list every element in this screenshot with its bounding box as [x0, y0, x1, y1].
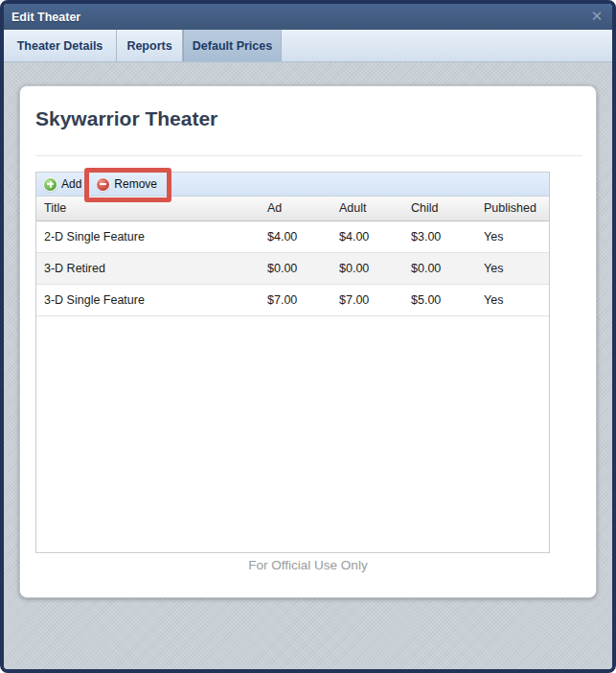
edit-theater-dialog: Edit Theater ✕ Theater Details Reports D…	[0, 0, 616, 673]
tab-bar-filler	[282, 30, 612, 61]
remove-button-label: Remove	[114, 177, 157, 191]
cell-title: 2-D Single Feature	[36, 220, 260, 252]
column-header-ad[interactable]: Ad	[260, 197, 331, 220]
cell-ad: $7.00	[260, 284, 331, 315]
cell-child: $3.00	[403, 220, 476, 252]
cell-child: $0.00	[403, 252, 476, 284]
remove-button[interactable]: Remove	[97, 177, 157, 191]
cell-adult: $7.00	[331, 284, 403, 315]
table-header-row: Title Ad Adult Child Published	[36, 197, 549, 220]
table-row[interactable]: 3-D Retired $0.00 $0.00 $0.00 Yes	[36, 252, 549, 284]
tab-default-prices[interactable]: Default Prices	[183, 30, 282, 61]
table-row[interactable]: 3-D Single Feature $7.00 $7.00 $5.00 Yes	[36, 284, 549, 315]
tab-theater-details[interactable]: Theater Details	[4, 30, 117, 61]
cell-published: Yes	[476, 252, 549, 284]
column-header-child[interactable]: Child	[403, 197, 476, 220]
cell-title: 3-D Single Feature	[36, 284, 260, 315]
official-use-footer: For Official Use Only	[20, 558, 596, 572]
cell-published: Yes	[476, 220, 549, 252]
tab-label: Default Prices	[193, 39, 272, 53]
dialog-titlebar: Edit Theater ✕	[4, 4, 612, 30]
cell-adult: $0.00	[331, 252, 403, 284]
grid-toolbar: Add Remove	[36, 173, 549, 197]
tab-reports[interactable]: Reports	[117, 30, 183, 61]
add-icon	[44, 178, 57, 191]
remove-icon	[97, 178, 109, 191]
tab-label: Reports	[126, 39, 171, 53]
close-icon: ✕	[591, 8, 604, 24]
heading-divider	[35, 155, 582, 156]
dialog-content: Skywarrior Theater Add Remove	[4, 62, 612, 669]
cell-ad: $0.00	[260, 252, 331, 284]
cell-ad: $4.00	[260, 220, 331, 252]
column-header-title[interactable]: Title	[36, 197, 260, 220]
table-row[interactable]: 2-D Single Feature $4.00 $4.00 $3.00 Yes	[36, 220, 549, 252]
tab-bar: Theater Details Reports Default Prices	[4, 30, 612, 62]
theater-name-heading: Skywarrior Theater	[35, 107, 217, 130]
column-header-published[interactable]: Published	[476, 197, 549, 220]
column-header-adult[interactable]: Adult	[331, 197, 403, 220]
prices-table: Title Ad Adult Child Published 2-D Singl…	[36, 197, 549, 316]
cell-published: Yes	[476, 284, 549, 315]
prices-grid-panel: Add Remove Title Ad Ad	[35, 172, 550, 553]
tab-label: Theater Details	[17, 39, 103, 53]
cell-child: $5.00	[403, 284, 476, 315]
dialog-title: Edit Theater	[11, 11, 80, 24]
default-prices-card: Skywarrior Theater Add Remove	[19, 85, 597, 598]
cell-title: 3-D Retired	[36, 252, 260, 284]
add-button-label: Add	[61, 177, 81, 191]
close-button[interactable]: ✕	[587, 7, 606, 26]
add-button[interactable]: Add	[44, 177, 81, 191]
cell-adult: $4.00	[331, 220, 403, 252]
